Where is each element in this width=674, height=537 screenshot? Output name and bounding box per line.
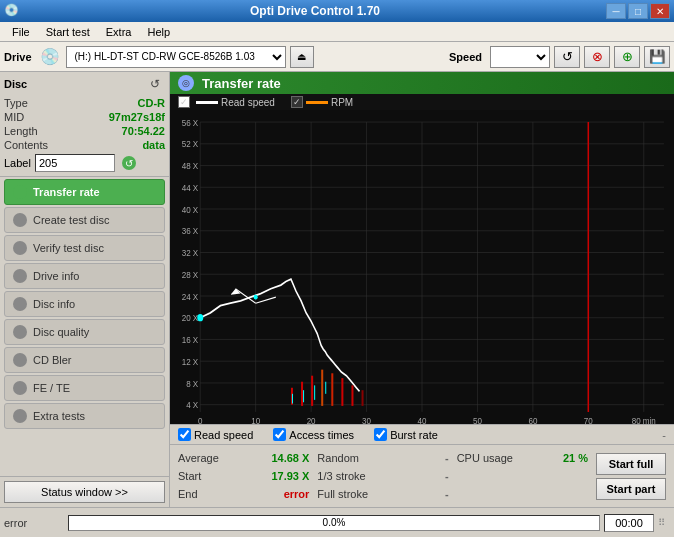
svg-rect-61 [362, 390, 364, 406]
progress-bar: 0.0% [68, 515, 600, 531]
legend-rpm: ✓ RPM [291, 96, 353, 108]
rpm-checkbox[interactable]: ✓ [291, 96, 303, 108]
svg-text:8 X: 8 X [186, 378, 198, 389]
menu-file[interactable]: File [4, 24, 38, 40]
access-times-check-label[interactable]: Access times [273, 428, 354, 441]
end-label: End [178, 488, 233, 500]
read-speed-checkbox-input[interactable] [178, 428, 191, 441]
svg-text:0: 0 [198, 415, 203, 424]
read-speed-checkbox[interactable]: ✓ [178, 96, 190, 108]
label-input[interactable] [35, 154, 115, 172]
disc-section-title: Disc [4, 78, 27, 90]
svg-text:48 X: 48 X [182, 160, 199, 171]
nav-fe-te[interactable]: FE / TE [4, 375, 165, 401]
chart-header-icon: ◎ [178, 75, 194, 91]
svg-text:40: 40 [418, 415, 427, 424]
read-speed-label: Read speed [221, 97, 275, 108]
svg-text:50: 50 [473, 415, 482, 424]
svg-rect-57 [321, 370, 323, 406]
rpm-color [306, 101, 328, 104]
nav-drive-info[interactable]: Drive info [4, 263, 165, 289]
nav-disc-info[interactable]: Disc info [4, 291, 165, 317]
menu-start-test[interactable]: Start test [38, 24, 98, 40]
cpu-label: CPU usage [457, 452, 513, 464]
drive-select[interactable]: (H:) HL-DT-ST CD-RW GCE-8526B 1.03 [66, 46, 286, 68]
svg-text:20: 20 [307, 415, 316, 424]
nav-label-fe-te: FE / TE [33, 382, 70, 394]
svg-rect-59 [341, 378, 343, 406]
svg-rect-63 [303, 390, 304, 402]
nav-icon-verify-test-disc [13, 241, 27, 255]
nav-icon-disc-quality [13, 325, 27, 339]
menu-extra[interactable]: Extra [98, 24, 140, 40]
nav-icon-disc-info [13, 297, 27, 311]
fullstroke-value: - [399, 488, 449, 500]
refresh-button[interactable]: ↺ [554, 46, 580, 68]
menu-help[interactable]: Help [139, 24, 178, 40]
legend-read-speed: ✓ Read speed [178, 96, 275, 108]
minimize-button[interactable]: ─ [606, 3, 626, 19]
svg-text:16 X: 16 X [182, 334, 199, 345]
nav-icon-transfer-rate [13, 185, 27, 199]
close-button[interactable]: ✕ [650, 3, 670, 19]
nav-label-create-test-disc: Create test disc [33, 214, 109, 226]
nav-label-extra-tests: Extra tests [33, 410, 85, 422]
svg-text:32 X: 32 X [182, 247, 199, 258]
content-area: ◎ Transfer rate ✓ Read speed ✓ RPM [170, 72, 674, 507]
erase-button[interactable]: ⊗ [584, 46, 610, 68]
label-field-label: Label [4, 157, 31, 169]
nav-verify-test-disc[interactable]: Verify test disc [4, 235, 165, 261]
rpm-label: RPM [331, 97, 353, 108]
fullstroke-label: Full stroke [317, 488, 372, 500]
disc-refresh-button[interactable]: ↺ [145, 76, 165, 92]
disc-section: Disc ↺ Type CD-R MID 97m27s18f Length 70… [0, 72, 169, 177]
nav-transfer-rate[interactable]: Transfer rate [4, 179, 165, 205]
eject-button[interactable]: ⏏ [290, 46, 314, 68]
start-full-button[interactable]: Start full [596, 453, 666, 475]
nav-label-drive-info: Drive info [33, 270, 79, 282]
toolbar: Drive 💿 (H:) HL-DT-ST CD-RW GCE-8526B 1.… [0, 42, 674, 72]
svg-point-50 [254, 295, 258, 300]
svg-line-52 [256, 297, 276, 303]
svg-text:24 X: 24 X [182, 291, 199, 302]
svg-text:12 X: 12 X [182, 356, 199, 367]
chart-legend: ✓ Read speed ✓ RPM [170, 94, 674, 110]
svg-text:52 X: 52 X [182, 139, 199, 150]
nav-create-test-disc[interactable]: Create test disc [4, 207, 165, 233]
burst-rate-check-label[interactable]: Burst rate [374, 428, 438, 441]
length-label: Length [4, 125, 38, 137]
stroke1-label: 1/3 stroke [317, 470, 372, 482]
nav-label-disc-quality: Disc quality [33, 326, 89, 338]
title-bar: 💿 Opti Drive Control 1.70 ─ □ ✕ [0, 0, 674, 22]
maximize-button[interactable]: □ [628, 3, 648, 19]
nav-label-transfer-rate: Transfer rate [33, 186, 100, 198]
copy-button[interactable]: ⊕ [614, 46, 640, 68]
stats-col-1: Average 14.68 X Start 17.93 X End error [178, 449, 309, 503]
nav-cd-bler[interactable]: CD Bler [4, 347, 165, 373]
svg-rect-60 [351, 385, 353, 406]
read-speed-check-label[interactable]: Read speed [178, 428, 253, 441]
speed-select[interactable] [490, 46, 550, 68]
nav-section: Transfer rate Create test disc Verify te… [0, 177, 169, 476]
label-set-button[interactable]: ↺ [119, 154, 139, 172]
nav-label-disc-info: Disc info [33, 298, 75, 310]
start-part-button[interactable]: Start part [596, 478, 666, 500]
burst-rate-checkbox-input[interactable] [374, 428, 387, 441]
stats-section: Average 14.68 X Start 17.93 X End error [170, 444, 674, 507]
svg-text:↺: ↺ [125, 158, 133, 169]
svg-point-49 [197, 314, 203, 321]
nav-extra-tests[interactable]: Extra tests [4, 403, 165, 429]
status-window-button[interactable]: Status window >> [4, 481, 165, 503]
access-times-checkbox-input[interactable] [273, 428, 286, 441]
type-value: CD-R [138, 97, 166, 109]
chart-title: Transfer rate [202, 76, 281, 91]
svg-text:60: 60 [528, 415, 537, 424]
svg-text:28 X: 28 X [182, 269, 199, 280]
contents-label: Contents [4, 139, 48, 151]
app-icon: 💿 [4, 3, 20, 19]
save-button[interactable]: 💾 [644, 46, 670, 68]
average-value: 14.68 X [259, 452, 309, 464]
status-text: error [4, 517, 64, 529]
nav-disc-quality[interactable]: Disc quality [4, 319, 165, 345]
time-display: 00:00 [604, 514, 654, 532]
